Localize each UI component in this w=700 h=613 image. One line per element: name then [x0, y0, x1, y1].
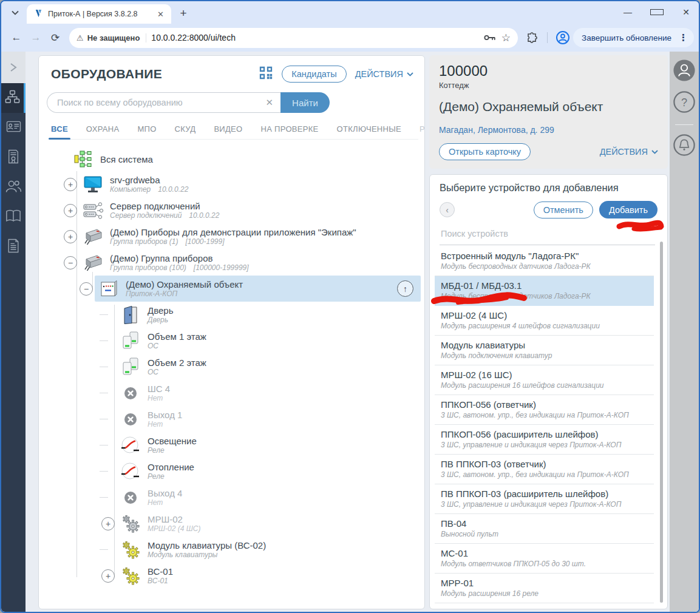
object-address-link[interactable]: Магадан, Лермонтова, д. 299 — [439, 125, 658, 135]
tab-close-icon[interactable]: ✕ — [155, 10, 166, 19]
tab-ВИДЕО[interactable]: ВИДЕО — [214, 124, 242, 134]
tab-search-button[interactable] — [6, 5, 24, 21]
device-list-item[interactable]: ПВ-04Выносной пульт — [435, 514, 654, 544]
sidebar-item-equipment[interactable] — [1, 83, 25, 113]
people-icon — [5, 180, 21, 195]
extensions-puzzle-icon[interactable] — [523, 29, 541, 47]
tab-МПО[interactable]: МПО — [137, 124, 156, 134]
help-icon[interactable]: ? — [673, 90, 696, 116]
password-key-icon[interactable] — [483, 33, 497, 42]
sidebar-item-reports[interactable] — [1, 232, 25, 262]
tree-row[interactable]: −(Демо) Охраняемый объектПриток-А-КОП↑ — [47, 276, 421, 302]
tab-ВСЕ[interactable]: ВСЕ — [51, 124, 68, 134]
profile-icon[interactable] — [554, 29, 572, 47]
add-button[interactable]: Добавить — [599, 201, 658, 218]
tree-row[interactable]: Выход 1Нет — [47, 406, 421, 432]
sidebar-item-journal[interactable] — [1, 202, 25, 232]
device-description: 3 ШС, управление и индикация через Прито… — [441, 441, 650, 449]
tree-row[interactable]: −(Демо) Группа приборовГруппа приборов (… — [47, 249, 421, 276]
expand-node-button[interactable]: + — [101, 517, 115, 530]
back-button[interactable]: ← — [7, 29, 25, 47]
device-list-item[interactable]: Встроенный модуль "Ладога-РК"Модуль бесп… — [435, 246, 654, 276]
tree-row[interactable]: +ВС-01ВС-01 — [47, 563, 421, 589]
equipment-search-input[interactable] — [56, 97, 263, 108]
open-card-button[interactable]: Открыть карточку — [439, 143, 531, 160]
sidebar-expand-button[interactable] — [1, 52, 25, 83]
tab-ОТКЛЮЧЕННЫЕ[interactable]: ОТКЛЮЧЕННЫЕ — [337, 124, 401, 134]
window-close-button[interactable]: ✕ — [679, 7, 693, 17]
device-list-item[interactable]: ПВ ППКОП-03 (расширитель шлейфов)3 ШС, у… — [435, 484, 654, 514]
forward-button[interactable]: → — [27, 29, 45, 47]
user-profile-icon[interactable] — [673, 59, 696, 84]
tab-СКУД[interactable]: СКУД — [175, 124, 196, 134]
device-list-item[interactable]: МРР-02Модуль расширения 8 реле — [435, 603, 654, 609]
reload-button[interactable]: ⟳ — [46, 29, 64, 47]
window-minimize-button[interactable]: — — [621, 7, 634, 17]
collapse-node-button[interactable]: − — [64, 256, 77, 269]
left-sidebar — [1, 52, 25, 612]
cancel-button[interactable]: Отменить — [534, 202, 593, 218]
finish-update-button[interactable]: Завершить обновление ⋮ — [573, 28, 694, 47]
equipment-panel: ОБОРУДОВАНИЕ Кандидаты ДЕЙСТВИЯ ✕ — [38, 55, 425, 609]
device-list-item[interactable]: Модуль клавиатурыМодуль подключения клав… — [435, 336, 654, 365]
address-bar[interactable]: ⚠ Не защищено 10.0.0.22:8000/ui/tech ☆ — [69, 28, 518, 48]
device-list-item[interactable]: ПВ ППКОП-03 (ответчик)3 ШС, автоном. упр… — [435, 455, 654, 484]
sidebar-item-certificates[interactable] — [1, 143, 25, 172]
tree-row[interactable]: ДверьДверь — [47, 302, 421, 328]
candidates-button[interactable]: Кандидаты — [282, 66, 346, 83]
url-text[interactable]: 10.0.0.22:8000/ui/tech — [151, 33, 478, 42]
device-list-item[interactable]: МРШ-02 (16 ШС)Модуль расширения 16 шлейф… — [435, 365, 654, 395]
device-search-input[interactable] — [440, 228, 655, 239]
report-document-icon — [7, 239, 20, 256]
tree-node-title: Объем 1 этаж — [148, 331, 206, 342]
tree-row[interactable]: ОтоплениеРеле — [47, 458, 421, 484]
notifications-bell-icon[interactable] — [673, 134, 696, 159]
device-description: Модуль расширения 4 шлейфов сигнализации — [441, 322, 650, 330]
qr-code-icon[interactable] — [259, 66, 273, 83]
sidebar-item-users[interactable] — [1, 172, 25, 202]
device-list-item[interactable]: МС-01Модуль ответчиков ППКОП-05 до 30 шт… — [435, 544, 654, 574]
new-tab-button[interactable]: + — [175, 5, 192, 22]
tree-row[interactable]: Модуль клавиатуры (ВС-02)Модуль клавиату… — [47, 537, 421, 563]
collapse-node-button[interactable]: − — [80, 282, 93, 296]
browser-titlebar: Приток-А | Версия 3.8.2.8 ✕ + — ✕ — [1, 1, 699, 24]
tree-row[interactable]: +МРШ-02МРШ-02 (4 ШС) — [47, 510, 421, 537]
device-list-item[interactable]: МРШ-02 (4 ШС)Модуль расширения 4 шлейфов… — [435, 306, 654, 336]
move-up-button[interactable]: ↑ — [397, 280, 413, 297]
tree-row[interactable]: Объем 2 этажОС — [47, 354, 421, 380]
browser-menu-kebab-icon[interactable]: ⋮ — [676, 32, 690, 43]
tree-row[interactable]: ОсвещениеРеле — [47, 432, 421, 458]
tab-ОХРАНА[interactable]: ОХРАНА — [86, 124, 120, 134]
device-list-item[interactable]: ППКОП-056 (ответчик)3 ШС, автоном. упр.,… — [435, 395, 654, 425]
equipment-title: ОБОРУДОВАНИЕ — [51, 67, 250, 81]
find-button[interactable]: Найти — [280, 92, 330, 113]
window-maximize-button[interactable] — [650, 7, 664, 17]
expand-node-button[interactable]: + — [64, 204, 77, 217]
equipment-actions-dropdown[interactable]: ДЕЙСТВИЯ — [355, 69, 413, 79]
tree-row[interactable]: ШС 4Нет — [47, 380, 421, 406]
tree-row[interactable]: Объем 1 этажОС — [47, 328, 421, 354]
site-security-chip[interactable]: ⚠ Не защищено — [76, 33, 146, 42]
bookmark-star-icon[interactable]: ☆ — [501, 32, 511, 44]
tree-row[interactable]: Вся система — [47, 147, 421, 171]
device-list-item[interactable]: ППКОП-056 (расширитель шлейфов)3 ШС, упр… — [435, 425, 654, 455]
device-list-scrollbar[interactable] — [660, 242, 663, 603]
expand-node-button[interactable]: + — [101, 569, 115, 583]
device-list-item[interactable]: МРР-01Модуль расширения 16 реле — [435, 574, 654, 603]
browser-tab[interactable]: Приток-А | Версия 3.8.2.8 ✕ — [27, 4, 171, 24]
device-list-item[interactable]: МБД-01 / МБД-03.1Модуль беспроводных дат… — [435, 276, 654, 306]
gear-yellow-icon — [120, 565, 141, 587]
sidebar-item-cards[interactable] — [1, 113, 25, 143]
tab-НА ПРОВЕРКЕ[interactable]: НА ПРОВЕРКЕ — [260, 124, 318, 134]
tree-row[interactable]: +(Демо) Приборы для демонстрации приложе… — [47, 223, 421, 249]
expand-node-button[interactable]: + — [64, 230, 77, 243]
tab-РЕЗУ.[interactable]: РЕЗУ. — [420, 124, 425, 134]
clear-search-icon[interactable]: ✕ — [263, 97, 276, 108]
object-actions-dropdown[interactable]: ДЕЙСТВИЯ — [600, 147, 658, 157]
toolbar-divider — [675, 124, 693, 125]
back-circle-button[interactable]: ‹ — [440, 202, 455, 217]
expand-node-button[interactable]: + — [64, 178, 77, 191]
tree-row[interactable]: +Сервер подключенийСервер подключений10.… — [47, 197, 421, 223]
tree-row[interactable]: +srv-grdwebaКомпьютер10.0.0.22 — [47, 171, 421, 197]
tree-row[interactable]: Выход 4Нет — [47, 484, 421, 510]
